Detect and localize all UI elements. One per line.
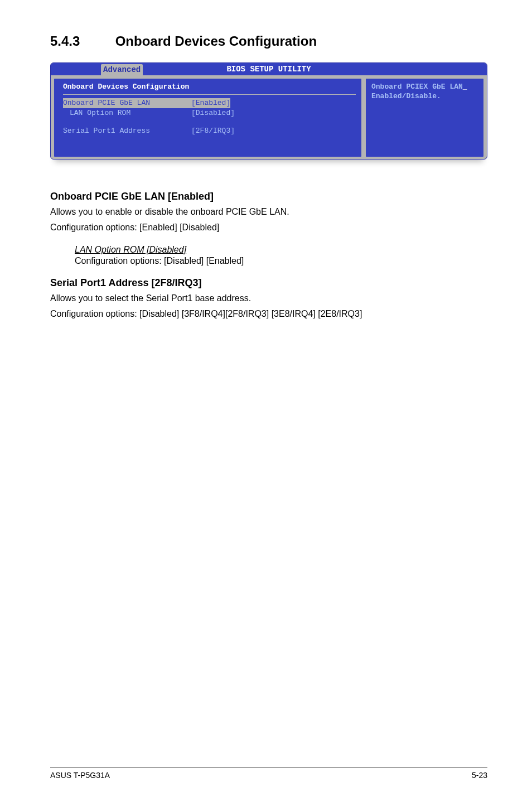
bios-row-pcie-lan: Onboard PCIE GbE LAN [Enabled] [63, 98, 356, 108]
sub-setting-heading: LAN Option ROM [Disabled] [75, 245, 487, 255]
bios-header: BIOS SETUP UTILITY Advanced [51, 63, 487, 75]
bios-left-pane: Onboard Devices Configuration Onboard PC… [53, 78, 362, 158]
setting-block-pcie-lan: Onboard PCIE GbE LAN [Enabled] Allows yo… [50, 191, 487, 234]
bios-row-value: [2F8/IRQ3] [191, 126, 235, 136]
bios-row-value: [Disabled] [191, 108, 235, 118]
section-heading: 5.4.3 Onboard Devices Configuration [50, 33, 487, 49]
bios-screenshot: BIOS SETUP UTILITY Advanced Onboard Devi… [50, 62, 487, 160]
setting-heading: Onboard PCIE GbE LAN [Enabled] [50, 191, 487, 202]
footer-product: ASUS T-P5G31A [50, 771, 110, 780]
bios-section-title: Onboard Devices Configuration [63, 82, 356, 95]
bios-row-lan-option-rom: LAN Option ROM [Disabled] [63, 108, 356, 118]
setting-options: Configuration options: [Disabled] [3F8/I… [50, 308, 487, 320]
setting-options: Configuration options: [Enabled] [Disabl… [50, 221, 487, 234]
bios-help-line: Enabled/Disable. [371, 92, 441, 100]
sub-setting-options: Configuration options: [Disabled] [Enabl… [75, 255, 487, 267]
setting-description: Allows you to select the Serial Port1 ba… [50, 292, 487, 305]
cursor-icon: _ [463, 83, 467, 91]
bios-help-pane: Onboard PCIEX GbE LAN_ Enabled/Disable. [365, 78, 485, 158]
section-title: Onboard Devices Configuration [115, 33, 317, 49]
section-number: 5.4.3 [50, 33, 112, 49]
bios-body: Onboard Devices Configuration Onboard PC… [51, 75, 487, 159]
bios-row-label: Onboard PCIE GbE LAN [63, 98, 191, 108]
sub-setting-block-lan-rom: LAN Option ROM [Disabled] Configuration … [75, 245, 487, 267]
setting-block-serial-port: Serial Port1 Address [2F8/IRQ3] Allows y… [50, 277, 487, 320]
setting-description: Allows you to enable or disable the onbo… [50, 206, 487, 218]
bios-help-line: Onboard PCIEX GbE LAN [371, 83, 463, 91]
bios-header-title: BIOS SETUP UTILITY [226, 65, 311, 74]
bios-row-value: [Enabled] [191, 98, 230, 108]
bios-tab-advanced: Advanced [101, 64, 143, 75]
spacer [63, 118, 356, 126]
bios-row-label: Serial Port1 Address [63, 126, 191, 136]
footer-page-number: 5-23 [472, 771, 487, 780]
bios-row-label: LAN Option ROM [63, 108, 191, 118]
setting-heading: Serial Port1 Address [2F8/IRQ3] [50, 277, 487, 289]
bios-row-serial-port1: Serial Port1 Address [2F8/IRQ3] [63, 126, 356, 136]
page-footer: ASUS T-P5G31A 5-23 [50, 767, 487, 780]
